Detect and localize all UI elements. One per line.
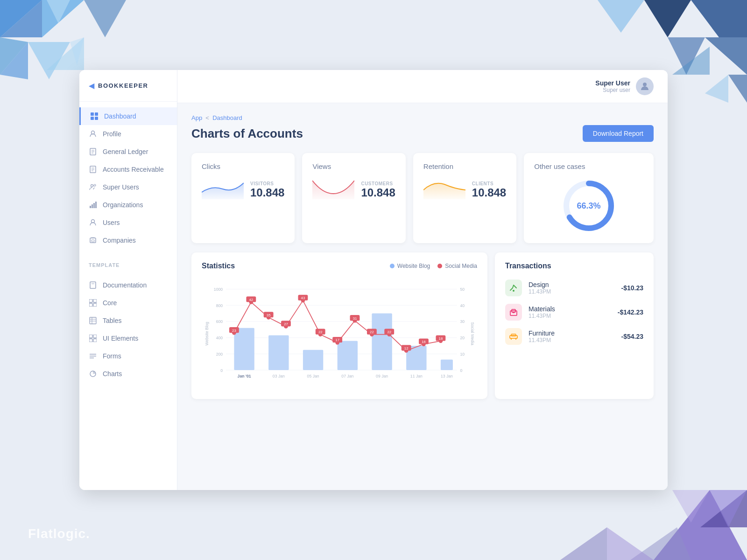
ui-elements-icon — [89, 334, 97, 343]
svg-text:35: 35 — [267, 313, 271, 317]
svg-text:1000: 1000 — [214, 287, 223, 292]
other-use-cases-title: Other use cases — [534, 162, 643, 170]
sidebar-item-companies[interactable]: Companies — [79, 231, 177, 249]
companies-icon — [89, 236, 97, 245]
transactions-title: Transactions — [505, 262, 643, 270]
svg-text:20: 20 — [460, 336, 465, 340]
svg-rect-49 — [89, 299, 92, 302]
sidebar-label-users: Users — [103, 219, 120, 226]
bottom-row: Statistics Website Blog Social Media — [191, 252, 654, 399]
sidebar-item-users[interactable]: Users — [79, 214, 177, 231]
logo-icon: ◀ — [89, 81, 94, 90]
statistics-card: Statistics Website Blog Social Media — [191, 252, 487, 399]
views-sparkline — [312, 176, 354, 199]
sidebar-label-general-ledger: General Ledger — [103, 148, 148, 155]
design-transaction-info: Design 11.43PM — [529, 281, 615, 295]
design-transaction-name: Design — [529, 281, 615, 288]
sidebar-item-charts[interactable]: Charts — [79, 365, 177, 383]
svg-text:10: 10 — [460, 352, 465, 357]
app-wrapper: ◀ BOOKKEEPER Dashboard Profile — [0, 0, 747, 560]
dashboard-icon — [90, 112, 99, 120]
design-transaction-icon — [505, 280, 522, 296]
furniture-transaction-name: Furniture — [529, 329, 615, 337]
template-section-label: TEMPLATE — [79, 255, 177, 271]
svg-text:11 Jan: 11 Jan — [410, 374, 423, 378]
svg-rect-42 — [93, 203, 95, 208]
sidebar: ◀ BOOKKEEPER Dashboard Profile — [79, 70, 177, 490]
sidebar-item-ui-elements[interactable]: UI Elements — [79, 329, 177, 347]
furniture-transaction-amount: -$54.23 — [621, 333, 643, 340]
stat-value-retention: 10.848 — [472, 186, 506, 199]
sidebar-label-forms: Forms — [103, 352, 121, 360]
stats-chart-header: Statistics Website Blog Social Media — [202, 262, 477, 270]
svg-point-65 — [643, 83, 647, 86]
sidebar-item-accounts-receivable[interactable]: Accounts Receivable — [79, 161, 177, 178]
stat-data-views: CUSTOMERS 10.848 — [361, 181, 395, 199]
svg-text:0: 0 — [460, 368, 463, 373]
stat-value-clicks: 10.848 — [250, 186, 284, 199]
svg-rect-50 — [93, 299, 97, 302]
sidebar-label-documentation: Documentation — [103, 281, 147, 289]
main-header: Super User Super user — [177, 70, 668, 103]
user-info: Super User Super user — [595, 77, 654, 95]
materials-transaction-icon — [505, 304, 522, 321]
stat-inner-clicks: VISITORS 10.848 — [202, 176, 284, 199]
svg-rect-60 — [93, 339, 97, 342]
svg-text:43: 43 — [301, 296, 305, 300]
svg-text:31: 31 — [353, 316, 357, 321]
sidebar-item-general-ledger[interactable]: General Ledger — [79, 143, 177, 161]
svg-text:42: 42 — [249, 298, 254, 302]
donut-label: 66.3% — [577, 201, 601, 211]
sidebar-item-organizations[interactable]: Organizations — [79, 196, 177, 214]
transaction-item-furniture: Furniture 11.43PM -$54.23 — [505, 328, 643, 345]
user-text: Super User Super user — [595, 79, 630, 93]
website-blog-dot — [390, 264, 395, 268]
furniture-transaction-time: 11.43PM — [529, 337, 615, 343]
main-content: Super User Super user App < Dashboard — [177, 70, 668, 490]
legend-website-blog-label: Website Blog — [397, 263, 430, 269]
svg-point-141 — [513, 290, 514, 292]
svg-rect-41 — [92, 204, 93, 208]
svg-text:600: 600 — [216, 319, 223, 324]
other-use-cases-card: Other use cases 66.3% — [524, 153, 654, 243]
stat-label-views: Views — [312, 162, 395, 170]
design-transaction-time: 11.43PM — [529, 288, 615, 295]
sidebar-template-nav: Documentation Core Tables — [79, 271, 177, 388]
stat-data-retention: CLIENTS 10.848 — [472, 181, 506, 199]
app-name: BOOKKEEPER — [98, 82, 148, 89]
sidebar-label-super-users: Super Users — [103, 183, 139, 191]
svg-text:0: 0 — [220, 368, 223, 373]
charts-icon — [89, 370, 97, 378]
sidebar-item-dashboard[interactable]: Dashboard — [79, 107, 177, 125]
svg-text:40: 40 — [460, 303, 465, 308]
svg-rect-27 — [91, 117, 94, 120]
sidebar-item-documentation[interactable]: Documentation — [79, 276, 177, 294]
svg-text:03 Jan: 03 Jan — [273, 374, 285, 378]
donut-container: 66.3% — [534, 178, 643, 234]
sidebar-label-companies: Companies — [103, 237, 136, 244]
stats-row: Clicks — [191, 153, 654, 243]
svg-text:09 Jan: 09 Jan — [376, 374, 388, 378]
sidebar-item-forms[interactable]: Forms — [79, 347, 177, 365]
sidebar-item-core[interactable]: Core — [79, 294, 177, 312]
sidebar-item-profile[interactable]: Profile — [79, 125, 177, 143]
svg-rect-57 — [89, 335, 92, 338]
sidebar-label-core: Core — [103, 299, 117, 307]
svg-rect-28 — [95, 117, 98, 120]
furniture-transaction-icon — [505, 328, 522, 345]
sidebar-label-dashboard: Dashboard — [104, 112, 136, 120]
svg-text:400: 400 — [216, 336, 223, 340]
sidebar-item-super-users[interactable]: Super Users — [79, 178, 177, 196]
design-transaction-amount: -$10.23 — [621, 284, 643, 292]
svg-rect-89 — [268, 335, 289, 370]
user-name: Super User — [595, 79, 630, 87]
furniture-transaction-info: Furniture 11.43PM — [529, 329, 615, 343]
social-media-dot — [437, 264, 442, 268]
download-report-button[interactable]: Download Report — [583, 125, 654, 142]
clicks-sparkline — [202, 176, 244, 199]
stat-value-views: 10.848 — [361, 186, 395, 199]
svg-rect-59 — [89, 339, 92, 342]
svg-text:Website Blog: Website Blog — [204, 322, 209, 345]
page-content: App < Dashboard Charts of Accounts Downl… — [177, 103, 668, 490]
sidebar-item-tables[interactable]: Tables — [79, 312, 177, 329]
